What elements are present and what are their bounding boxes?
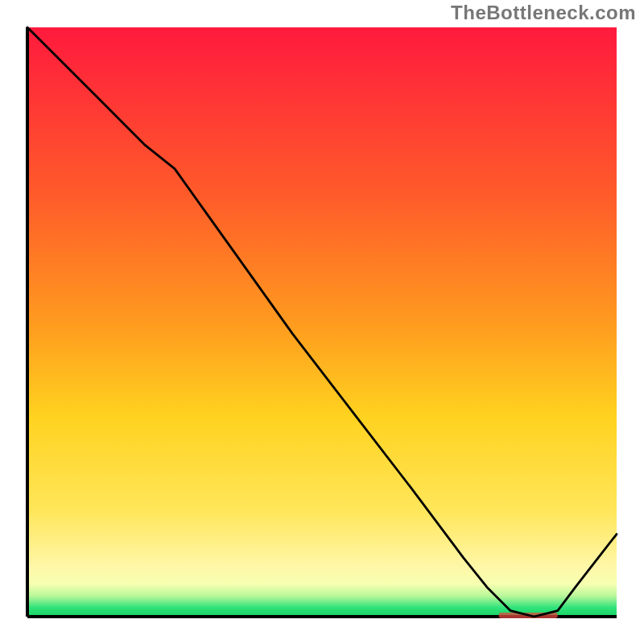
watermark-text: TheBottleneck.com xyxy=(451,2,636,24)
plot-area xyxy=(24,24,620,620)
chart-stage: TheBottleneck.com xyxy=(0,0,644,644)
y-axis-label xyxy=(0,0,19,644)
chart-svg xyxy=(24,24,620,620)
